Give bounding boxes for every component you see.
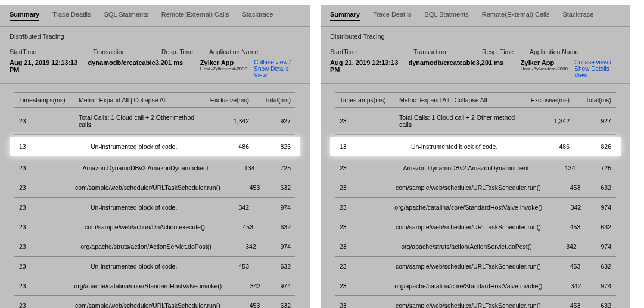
header-transaction: Transaction: [413, 48, 482, 55]
summary-headers: StartTime Transaction Resp. Time Applica…: [0, 42, 310, 58]
row-exclusive: 453: [541, 223, 581, 231]
collapse-all-link[interactable]: Collapse All: [134, 97, 167, 104]
row-metric: Un-instrumented block of code.: [399, 143, 516, 150]
row-total: 632: [260, 184, 291, 191]
trace-header-exclusive: Exclusive(ms): [516, 97, 570, 104]
row-timestamp: 23: [340, 282, 382, 290]
row-total: 974: [581, 204, 611, 211]
table-row[interactable]: 23Amazon.DynamoDBv2.AmazonDynamoclient13…: [335, 158, 616, 178]
header-transaction: Transaction: [93, 48, 161, 55]
table-row[interactable]: 23Amazon.DynamoDBv2.AmazonDynamoclient13…: [14, 158, 295, 178]
row-total: 632: [580, 263, 611, 270]
tab-stacktrace[interactable]: Stacktrace: [562, 11, 593, 21]
row-exclusive: 453: [541, 184, 581, 191]
row-timestamp: 23: [19, 243, 69, 250]
row-metric: Total Calls: 1 Cloud call + 2 Other meth…: [79, 114, 195, 128]
table-row[interactable]: 23Un-instrumented block of code.342974: [14, 198, 295, 217]
table-row[interactable]: 23org/apache/catalina/core/StandardHostV…: [335, 198, 616, 217]
expand-all-link[interactable]: Expand All: [419, 97, 449, 104]
trace-header-timestamps: Timestamps(ms): [340, 97, 399, 104]
row-metric: com/sample/web/scheduler/URLTaskSchedule…: [63, 184, 220, 191]
metric-prefix: Metric:: [79, 97, 99, 104]
row-metric: com/sample/web/scheduler/URLTaskSchedule…: [384, 263, 541, 270]
row-total: 974: [260, 282, 291, 290]
row-metric: Un-instrumented block of code.: [79, 263, 195, 270]
trace-rows-left: 23Total Calls: 1 Cloud call + 2 Other me…: [14, 108, 295, 308]
row-exclusive: 486: [516, 143, 570, 150]
summary-start-time: Aug 21, 2019 12:13:13 PM: [330, 59, 409, 73]
table-row[interactable]: 23com/sample/web/scheduler/URLTaskSchedu…: [14, 296, 295, 308]
table-row[interactable]: 23com/sample/web/scheduler/URLTaskSchedu…: [335, 217, 616, 237]
row-metric: com/sample/web/scheduler/URLTaskSchedule…: [384, 302, 541, 308]
tab-sql-statements[interactable]: SQL Statments: [104, 11, 148, 21]
table-row[interactable]: 23Total Calls: 1 Cloud call + 2 Other me…: [14, 108, 295, 135]
table-row[interactable]: 13Un-instrumented block of code.486826: [330, 137, 621, 156]
row-metric: com/sample/web/scheduler/URLTaskSchedule…: [384, 223, 541, 231]
row-timestamp: 23: [19, 282, 62, 290]
metric-separator: |: [449, 97, 455, 104]
tab-summary[interactable]: Summary: [330, 11, 360, 21]
table-row[interactable]: 23com/sample/web/scheduler/URLTaskSchedu…: [335, 296, 616, 308]
row-timestamp: 23: [19, 164, 70, 172]
expand-all-link[interactable]: Expand All: [99, 97, 129, 104]
summary-row: Aug 21, 2019 12:13:13 PM dynamodb/create…: [321, 58, 630, 84]
row-total: 826: [570, 143, 611, 150]
row-total: 974: [256, 243, 291, 250]
section-title: Distributed Tracing: [321, 27, 630, 42]
row-timestamp: 13: [340, 143, 399, 150]
summary-resp-time: 3,201 ms: [476, 59, 521, 66]
table-row[interactable]: 23com/sample/web/action/DbAction.execute…: [14, 217, 295, 237]
tab-stacktrace[interactable]: Stacktrace: [242, 11, 273, 21]
table-row[interactable]: 23com/sample/web/scheduler/URLTaskSchedu…: [335, 257, 616, 276]
tab-summary[interactable]: Summary: [10, 11, 39, 21]
row-timestamp: 23: [19, 117, 79, 125]
trace-headers-row: Timestamps(ms) Metric: Expand All | Coll…: [14, 92, 295, 108]
row-metric: org/apache/catalina/core/StandardHostVal…: [382, 204, 542, 211]
row-timestamp: 23: [340, 263, 384, 270]
row-timestamp: 23: [340, 164, 391, 172]
table-row[interactable]: 23Total Calls: 1 Cloud call + 2 Other me…: [335, 108, 616, 135]
tab-sql-statements[interactable]: SQL Statments: [425, 11, 469, 21]
table-row[interactable]: 23org/apache/struts/action/ActionServlet…: [14, 237, 295, 257]
summary-transaction: dynamodb/createable: [409, 59, 476, 66]
tab-trace-details[interactable]: Trace Deatils: [52, 11, 91, 21]
row-metric: Un-instrumented block of code.: [79, 204, 195, 211]
row-timestamp: 23: [340, 243, 389, 250]
table-row[interactable]: 23com/sample/web/scheduler/URLTaskSchedu…: [335, 178, 616, 198]
collapse-all-link[interactable]: Collapse All: [455, 97, 487, 104]
collapse-view-link[interactable]: Collase view /: [574, 59, 621, 66]
tab-remote-calls[interactable]: Remote(External) Calls: [161, 11, 229, 21]
table-row[interactable]: 23org/apache/catalina/core/StandardHostV…: [14, 276, 295, 296]
summary-app-name: Zylker App: [521, 59, 571, 66]
summary-app-block: Zylker App Host -Zylker-test-2000: [521, 59, 571, 71]
trace-table: Timestamps(ms) Metric: Expand All | Coll…: [0, 84, 310, 308]
row-total: 632: [253, 223, 291, 231]
tabs-bar: Summary Trace Deatils SQL Statments Remo…: [0, 5, 310, 27]
tab-trace-details[interactable]: Trace Deatils: [373, 11, 411, 21]
summary-app-name: Zylker App: [200, 59, 251, 66]
summary-resp-time: 3,201 ms: [155, 59, 200, 66]
collapse-view-link[interactable]: Collase view /: [254, 59, 300, 66]
table-row[interactable]: 23com/sample/web/scheduler/URLTaskSchedu…: [14, 178, 295, 198]
show-details-view-link[interactable]: Show Details View: [254, 66, 300, 79]
table-row[interactable]: 13Un-instrumented block of code.486826: [10, 137, 300, 156]
table-row[interactable]: 23org/apache/catalina/core/StandardHostV…: [335, 276, 616, 296]
row-metric: com/sample/web/action/DbAction.execute(): [73, 223, 205, 231]
row-exclusive: 453: [195, 263, 249, 270]
summary-row: Aug 21, 2019 12:13:13 PM dynamodb/create…: [0, 58, 310, 84]
summary-headers: StartTime Transaction Resp. Time Applica…: [321, 42, 630, 58]
row-metric: org/apache/catalina/core/StandardHostVal…: [62, 282, 222, 290]
header-app-name: Application Name: [530, 48, 589, 55]
row-timestamp: 23: [19, 184, 63, 191]
summary-transaction: dynamodb/createable: [88, 59, 155, 66]
table-row[interactable]: 23org/apache/struts/action/ActionServlet…: [335, 237, 616, 257]
tab-remote-calls[interactable]: Remote(External) Calls: [482, 11, 550, 21]
row-timestamp: 23: [19, 263, 79, 270]
trace-header-exclusive: Exclusive(ms): [195, 97, 249, 104]
table-row[interactable]: 23Un-instrumented block of code.453632: [14, 257, 295, 276]
header-resp-time: Resp. Time: [161, 48, 209, 55]
row-timestamp: 13: [19, 143, 79, 150]
row-timestamp: 23: [340, 184, 384, 191]
row-exclusive: 134: [209, 164, 255, 172]
show-details-view-link[interactable]: Show Details View: [574, 66, 621, 79]
